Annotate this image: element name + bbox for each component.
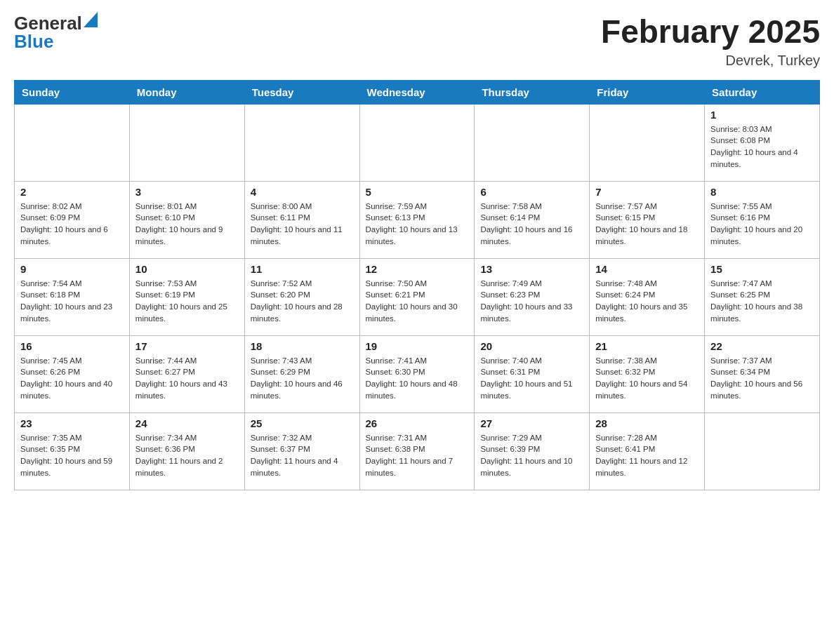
calendar-cell: 27Sunrise: 7:29 AM Sunset: 6:39 PM Dayli… (475, 412, 590, 490)
day-header-thursday: Thursday (475, 80, 590, 104)
day-info: Sunrise: 7:48 AM Sunset: 6:24 PM Dayligh… (595, 278, 699, 325)
calendar-cell: 23Sunrise: 7:35 AM Sunset: 6:35 PM Dayli… (15, 412, 130, 490)
logo: General Blue (14, 14, 98, 51)
day-info: Sunrise: 7:32 AM Sunset: 6:37 PM Dayligh… (251, 432, 354, 479)
day-info: Sunrise: 7:35 AM Sunset: 6:35 PM Dayligh… (20, 432, 124, 479)
day-info: Sunrise: 7:59 AM Sunset: 6:13 PM Dayligh… (366, 201, 469, 248)
day-header-sunday: Sunday (15, 80, 130, 104)
week-row-1: 1Sunrise: 8:03 AM Sunset: 6:08 PM Daylig… (15, 104, 820, 181)
day-number: 15 (710, 263, 814, 275)
day-info: Sunrise: 7:31 AM Sunset: 6:38 PM Dayligh… (366, 432, 469, 479)
calendar-cell (359, 104, 475, 181)
calendar-cell: 5Sunrise: 7:59 AM Sunset: 6:13 PM Daylig… (359, 181, 475, 258)
day-info: Sunrise: 8:01 AM Sunset: 6:10 PM Dayligh… (135, 201, 239, 248)
calendar-cell: 28Sunrise: 7:28 AM Sunset: 6:41 PM Dayli… (590, 412, 705, 490)
day-number: 3 (135, 186, 239, 198)
calendar-cell: 16Sunrise: 7:45 AM Sunset: 6:26 PM Dayli… (15, 335, 130, 412)
day-info: Sunrise: 7:29 AM Sunset: 6:39 PM Dayligh… (480, 432, 583, 479)
calendar-cell: 3Sunrise: 8:01 AM Sunset: 6:10 PM Daylig… (129, 181, 244, 258)
day-number: 17 (135, 340, 239, 352)
day-number: 7 (595, 186, 699, 198)
day-number: 20 (480, 340, 583, 352)
day-header-saturday: Saturday (705, 80, 820, 104)
day-number: 26 (366, 417, 469, 429)
calendar-cell: 11Sunrise: 7:52 AM Sunset: 6:20 PM Dayli… (244, 258, 359, 335)
calendar-cell: 25Sunrise: 7:32 AM Sunset: 6:37 PM Dayli… (244, 412, 359, 490)
calendar-cell (590, 104, 705, 181)
location-text: Devrek, Turkey (601, 53, 820, 69)
day-number: 14 (595, 263, 699, 275)
day-info: Sunrise: 7:57 AM Sunset: 6:15 PM Dayligh… (595, 201, 699, 248)
calendar-cell (15, 104, 130, 181)
day-number: 8 (710, 186, 814, 198)
calendar-cell: 22Sunrise: 7:37 AM Sunset: 6:34 PM Dayli… (705, 335, 820, 412)
day-number: 9 (20, 263, 124, 275)
day-info: Sunrise: 7:44 AM Sunset: 6:27 PM Dayligh… (135, 355, 239, 402)
day-info: Sunrise: 7:43 AM Sunset: 6:29 PM Dayligh… (251, 355, 354, 402)
calendar-cell: 17Sunrise: 7:44 AM Sunset: 6:27 PM Dayli… (129, 335, 244, 412)
day-info: Sunrise: 7:45 AM Sunset: 6:26 PM Dayligh… (20, 355, 124, 402)
calendar-cell: 7Sunrise: 7:57 AM Sunset: 6:15 PM Daylig… (590, 181, 705, 258)
logo-general-text: General (14, 14, 82, 32)
calendar-cell: 1Sunrise: 8:03 AM Sunset: 6:08 PM Daylig… (705, 104, 820, 181)
calendar-cell: 13Sunrise: 7:49 AM Sunset: 6:23 PM Dayli… (475, 258, 590, 335)
day-number: 27 (480, 417, 583, 429)
calendar-cell: 26Sunrise: 7:31 AM Sunset: 6:38 PM Dayli… (359, 412, 475, 490)
day-info: Sunrise: 7:50 AM Sunset: 6:21 PM Dayligh… (366, 278, 469, 325)
title-area: February 2025 Devrek, Turkey (601, 14, 820, 69)
calendar-cell (129, 104, 244, 181)
calendar-cell (705, 412, 820, 490)
week-row-4: 16Sunrise: 7:45 AM Sunset: 6:26 PM Dayli… (15, 335, 820, 412)
day-info: Sunrise: 8:02 AM Sunset: 6:09 PM Dayligh… (20, 201, 124, 248)
day-number: 25 (251, 417, 354, 429)
day-number: 28 (595, 417, 699, 429)
day-info: Sunrise: 7:41 AM Sunset: 6:30 PM Dayligh… (366, 355, 469, 402)
day-info: Sunrise: 8:00 AM Sunset: 6:11 PM Dayligh… (251, 201, 354, 248)
day-header-wednesday: Wednesday (359, 80, 475, 104)
day-number: 13 (480, 263, 583, 275)
day-header-monday: Monday (129, 80, 244, 104)
calendar-cell (475, 104, 590, 181)
calendar-cell: 15Sunrise: 7:47 AM Sunset: 6:25 PM Dayli… (705, 258, 820, 335)
calendar-cell: 10Sunrise: 7:53 AM Sunset: 6:19 PM Dayli… (129, 258, 244, 335)
day-info: Sunrise: 7:58 AM Sunset: 6:14 PM Dayligh… (480, 201, 583, 248)
day-info: Sunrise: 7:40 AM Sunset: 6:31 PM Dayligh… (480, 355, 583, 402)
day-number: 1 (710, 109, 814, 121)
logo-blue-text: Blue (14, 31, 53, 52)
day-number: 21 (595, 340, 699, 352)
day-header-friday: Friday (590, 80, 705, 104)
calendar-cell: 24Sunrise: 7:34 AM Sunset: 6:36 PM Dayli… (129, 412, 244, 490)
day-number: 5 (366, 186, 469, 198)
svg-marker-0 (84, 12, 98, 27)
logo-triangle-icon (84, 12, 98, 27)
day-info: Sunrise: 7:52 AM Sunset: 6:20 PM Dayligh… (251, 278, 354, 325)
day-number: 6 (480, 186, 583, 198)
day-number: 16 (20, 340, 124, 352)
calendar-cell: 4Sunrise: 8:00 AM Sunset: 6:11 PM Daylig… (244, 181, 359, 258)
calendar-cell (244, 104, 359, 181)
calendar-cell: 19Sunrise: 7:41 AM Sunset: 6:30 PM Dayli… (359, 335, 475, 412)
calendar-cell: 20Sunrise: 7:40 AM Sunset: 6:31 PM Dayli… (475, 335, 590, 412)
day-header-tuesday: Tuesday (244, 80, 359, 104)
day-info: Sunrise: 7:55 AM Sunset: 6:16 PM Dayligh… (710, 201, 814, 248)
calendar-cell: 6Sunrise: 7:58 AM Sunset: 6:14 PM Daylig… (475, 181, 590, 258)
calendar-header-row: SundayMondayTuesdayWednesdayThursdayFrid… (15, 80, 820, 104)
day-number: 18 (251, 340, 354, 352)
calendar-cell: 18Sunrise: 7:43 AM Sunset: 6:29 PM Dayli… (244, 335, 359, 412)
page-header: General Blue February 2025 Devrek, Turke… (14, 14, 820, 69)
day-info: Sunrise: 8:03 AM Sunset: 6:08 PM Dayligh… (710, 123, 814, 170)
day-number: 2 (20, 186, 124, 198)
day-number: 24 (135, 417, 239, 429)
calendar-cell: 14Sunrise: 7:48 AM Sunset: 6:24 PM Dayli… (590, 258, 705, 335)
day-info: Sunrise: 7:47 AM Sunset: 6:25 PM Dayligh… (710, 278, 814, 325)
day-info: Sunrise: 7:28 AM Sunset: 6:41 PM Dayligh… (595, 432, 699, 479)
day-info: Sunrise: 7:54 AM Sunset: 6:18 PM Dayligh… (20, 278, 124, 325)
day-info: Sunrise: 7:49 AM Sunset: 6:23 PM Dayligh… (480, 278, 583, 325)
day-info: Sunrise: 7:37 AM Sunset: 6:34 PM Dayligh… (710, 355, 814, 402)
week-row-5: 23Sunrise: 7:35 AM Sunset: 6:35 PM Dayli… (15, 412, 820, 490)
day-info: Sunrise: 7:53 AM Sunset: 6:19 PM Dayligh… (135, 278, 239, 325)
week-row-2: 2Sunrise: 8:02 AM Sunset: 6:09 PM Daylig… (15, 181, 820, 258)
month-title: February 2025 (601, 14, 820, 50)
day-number: 12 (366, 263, 469, 275)
day-number: 22 (710, 340, 814, 352)
